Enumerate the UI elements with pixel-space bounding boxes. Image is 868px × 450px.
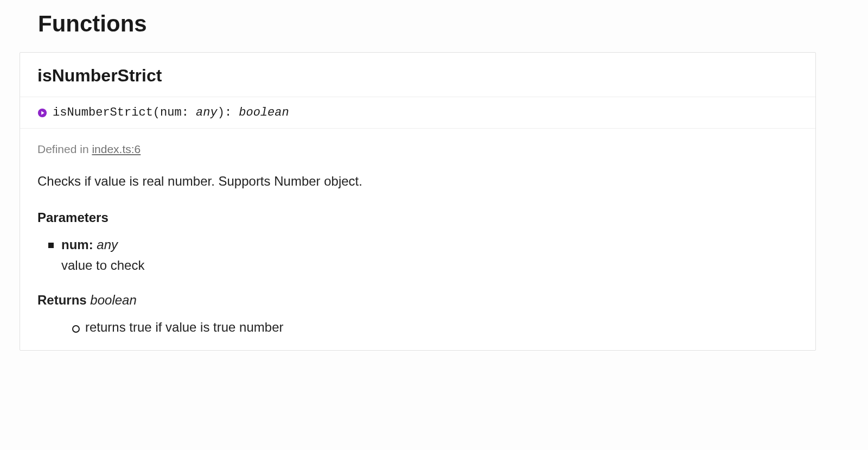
sig-param-name: num <box>160 106 182 119</box>
function-header: isNumberStrict <box>20 53 815 97</box>
sig-return-type: boolean <box>239 106 289 119</box>
param-name: num: <box>61 237 97 252</box>
sig-open-paren: ( <box>153 106 160 119</box>
function-signature: isNumberStrict(num: any): boolean <box>53 106 289 119</box>
signature-row: isNumberStrict(num: any): boolean <box>20 97 815 129</box>
returns-type: boolean <box>90 293 136 307</box>
sig-colon-2: : <box>225 106 239 119</box>
defined-in-label: Defined in <box>37 143 92 155</box>
param-type: any <box>97 237 118 252</box>
sig-param-type: any <box>196 106 218 119</box>
parameters-list: num: any value to check <box>48 237 798 273</box>
parameter-item: num: any value to check <box>48 237 798 273</box>
function-panel: isNumberStrict isNumberStrict(num: any):… <box>20 52 816 351</box>
section-heading: Functions <box>38 11 816 37</box>
function-name[interactable]: isNumberStrict <box>37 66 798 86</box>
returns-item: returns true if value is true number <box>72 320 798 335</box>
defined-in: Defined in index.ts:6 <box>37 143 798 156</box>
returns-label: Returns <box>37 293 90 307</box>
sig-colon-1: : <box>182 106 196 119</box>
source-link[interactable]: index.ts:6 <box>92 143 141 155</box>
play-icon <box>37 108 47 118</box>
returns-heading: Returns boolean <box>37 293 798 308</box>
sig-fn-name: isNumberStrict <box>53 106 153 119</box>
function-description: Checks if value is real number. Supports… <box>37 172 798 191</box>
sig-close-paren: ) <box>218 106 225 119</box>
param-description: value to check <box>61 258 798 273</box>
parameters-heading: Parameters <box>37 210 798 225</box>
function-body: Defined in index.ts:6 Checks if value is… <box>20 129 815 350</box>
returns-list: returns true if value is true number <box>72 320 798 335</box>
